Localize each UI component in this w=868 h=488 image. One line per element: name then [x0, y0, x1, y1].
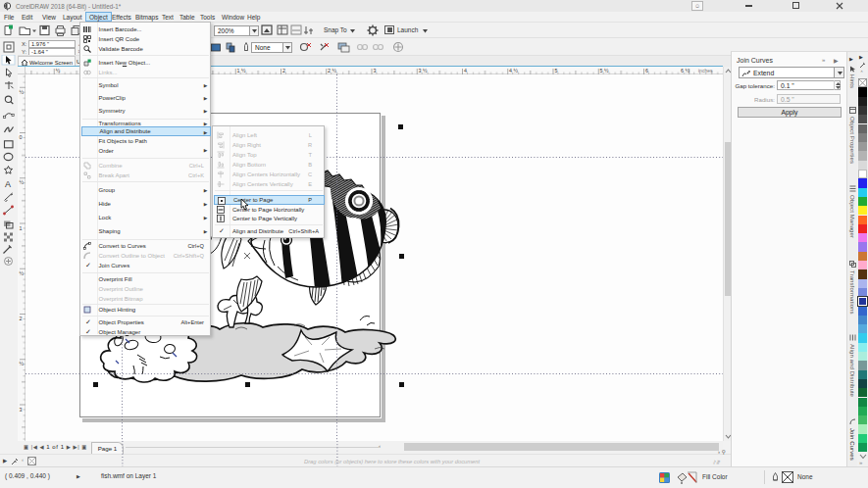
svg-text:½: ½: [20, 361, 25, 366]
svg-text:½: ½: [20, 270, 25, 276]
svg-text:5 ½: 5 ½: [600, 68, 609, 73]
svg-text:½: ½: [20, 89, 25, 95]
svg-text:4: 4: [464, 68, 467, 73]
svg-text:3: 3: [374, 68, 377, 73]
svg-text:3 ½: 3 ½: [419, 68, 428, 73]
svg-text:1: 1: [20, 225, 23, 231]
svg-text:4 ½: 4 ½: [509, 68, 518, 73]
svg-text:½: ½: [20, 179, 25, 185]
svg-text:2: 2: [20, 316, 23, 321]
svg-text:6: 6: [645, 68, 648, 73]
svg-text:5: 5: [555, 68, 558, 73]
svg-text:6 ½: 6 ½: [681, 68, 689, 73]
svg-text:0: 0: [20, 134, 23, 140]
svg-text:A: A: [5, 179, 11, 189]
svg-text:2 ½: 2 ½: [328, 68, 336, 73]
svg-text:1 ½: 1 ½: [237, 68, 246, 73]
svg-text:½: ½: [56, 68, 61, 73]
svg-text:3: 3: [20, 407, 23, 413]
svg-text:inches: inches: [698, 68, 713, 73]
svg-text:2: 2: [282, 68, 285, 73]
